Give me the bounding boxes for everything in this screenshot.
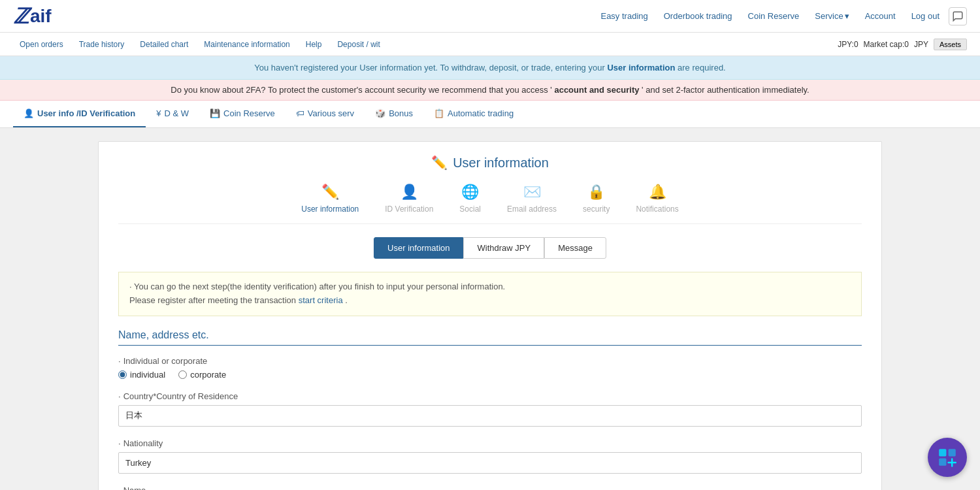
withdraw-jpy-button[interactable]: Withdraw JPY [463,237,544,259]
market-cap: Market cap:0 [864,40,909,49]
step-notifications-label: Notifications [636,204,678,214]
name-label: Name [118,485,862,490]
step-notifications[interactable]: 🔔 Notifications [636,184,678,214]
nav-deposit-wit[interactable]: Deposit / wit [331,37,386,52]
svg-rect-2 [939,459,946,466]
step-nav: ✏️ User information 👤 ID Verification 🌐 … [118,184,862,224]
alert-info-text-before: You haven't registered your User informa… [254,63,605,73]
logo-text: aif [30,6,52,27]
step-id-verification[interactable]: 👤 ID Verification [385,184,433,214]
step-id-label: ID Verification [385,204,433,214]
step-id-icon: 👤 [400,184,418,201]
info-line2-after: . [345,295,348,305]
page-title-text: User information [453,155,549,171]
header-bottom: Open orders Trade history Detailed chart… [0,33,980,56]
alert-info-text-after: are required. [678,63,726,73]
nav-account[interactable]: Account [858,8,902,24]
step-edit-icon: ✏️ [321,184,339,201]
individual-label: individual [130,370,165,380]
individual-radio-item[interactable]: individual [118,370,165,380]
info-box: · You can go the next step(the identity … [118,272,862,316]
logo-z-char: ℤ [13,4,29,29]
step-bell-icon: 🔔 [649,184,666,201]
step-social-label: Social [459,204,481,214]
individual-corporate-field: Individual or corporate individual corpo… [118,356,862,380]
nav-coin-reserve[interactable]: Coin Reserve [742,8,806,24]
alert-warning-text-after: ' and set 2-factor authentication immedi… [642,85,809,95]
pencil-icon: ✏️ [431,155,448,171]
individual-radio[interactable] [118,370,127,379]
tab-various-serv-label: Various serv [308,108,354,118]
nationality-input[interactable] [118,452,862,474]
tab-automatic-trading-label: Automatic trading [448,108,514,118]
start-criteria-link[interactable]: start criteria [299,295,343,305]
message-button[interactable]: Message [544,237,606,259]
nav-easy-trading[interactable]: Easy trading [594,8,654,24]
tab-user-info-label: User info /ID Verification [37,108,135,118]
step-user-info-label: User information [301,204,359,214]
corporate-radio-item[interactable]: corporate [178,370,226,380]
tab-various-serv-icon: 🏷 [296,108,304,118]
nav-maintenance-info[interactable]: Maintenance information [197,37,296,52]
tab-dw-icon: ¥ [156,108,161,118]
content-card: ✏️ User information ✏️ User information … [98,141,882,490]
jpy-unit: JPY [914,40,928,49]
tab-dw[interactable]: ¥ D & W [146,101,199,127]
nav-help[interactable]: Help [299,37,329,52]
step-lock-icon: 🔒 [587,184,605,201]
nav-trade-history[interactable]: Trade history [73,37,131,52]
individual-corporate-radio-group: individual corporate [118,370,862,380]
info-line2: Please register after meeting the transa… [129,294,851,308]
tab-various-serv[interactable]: 🏷 Various serv [286,101,365,127]
nav-logout[interactable]: Log out [905,8,946,24]
tab-bonus-icon: 🎲 [375,108,385,118]
main-content: ✏️ User information ✏️ User information … [0,128,980,490]
step-social[interactable]: 🌐 Social [459,184,481,214]
svg-rect-1 [949,449,956,456]
tab-dw-label: D & W [165,108,189,118]
step-user-information[interactable]: ✏️ User information [301,184,359,214]
alert-warning-banner: Do you know about 2FA? To protect the cu… [0,80,980,101]
nationality-field: Nationality [118,438,862,474]
chat-icon[interactable] [949,7,967,25]
chevron-down-icon: ▾ [845,11,849,21]
step-email-icon: ✉️ [523,184,541,201]
nav-detailed-chart[interactable]: Detailed chart [133,37,195,52]
name-field: Name Last name First name [118,485,862,490]
tab-coin-reserve-label: Coin Reserve [223,108,275,118]
nav-top: Easy trading Orderbook trading Coin Rese… [594,7,967,25]
nationality-label: Nationality [118,438,862,448]
country-input[interactable] [118,405,862,427]
step-social-icon: 🌐 [461,184,479,201]
country-field: Country*Country of Residence [118,391,862,427]
section-title: Name, address etc. [118,329,862,346]
tab-user-info-icon: 👤 [24,108,34,118]
floating-widget[interactable] [928,438,967,477]
svg-rect-0 [939,449,946,456]
step-email-label: Email address [507,204,557,214]
tab-user-info-id[interactable]: 👤 User info /ID Verification [13,101,146,127]
info-line1: · You can go the next step(the identity … [129,280,851,294]
step-email[interactable]: ✉️ Email address [507,184,557,214]
nav-orderbook-trading[interactable]: Orderbook trading [657,8,739,24]
step-security[interactable]: 🔒 security [583,184,610,214]
assets-button[interactable]: Assets [934,39,967,50]
user-info-link[interactable]: User information [607,63,675,73]
logo: ℤ aif [13,4,52,29]
tab-automatic-trading-icon: 📋 [434,108,444,118]
tabs-container: 👤 User info /ID Verification ¥ D & W 💾 C… [0,101,980,128]
nav-bottom: Open orders Trade history Detailed chart… [13,37,387,52]
info-line2-before: Please register after meeting the transa… [129,295,296,305]
corporate-radio[interactable] [178,370,187,379]
nav-open-orders[interactable]: Open orders [13,37,70,52]
header-top: ℤ aif Easy trading Orderbook trading Coi… [0,0,980,33]
nav-service[interactable]: Service ▾ [808,8,855,24]
user-info-button[interactable]: User information [374,237,463,259]
tab-bonus[interactable]: 🎲 Bonus [365,101,423,127]
individual-corporate-label: Individual or corporate [118,356,862,366]
tab-automatic-trading[interactable]: 📋 Automatic trading [423,101,524,127]
tab-coin-reserve[interactable]: 💾 Coin Reserve [199,101,286,127]
page-title: ✏️ User information [118,155,862,171]
tab-bonus-label: Bonus [389,108,413,118]
action-buttons: User information Withdraw JPY Message [118,237,862,259]
